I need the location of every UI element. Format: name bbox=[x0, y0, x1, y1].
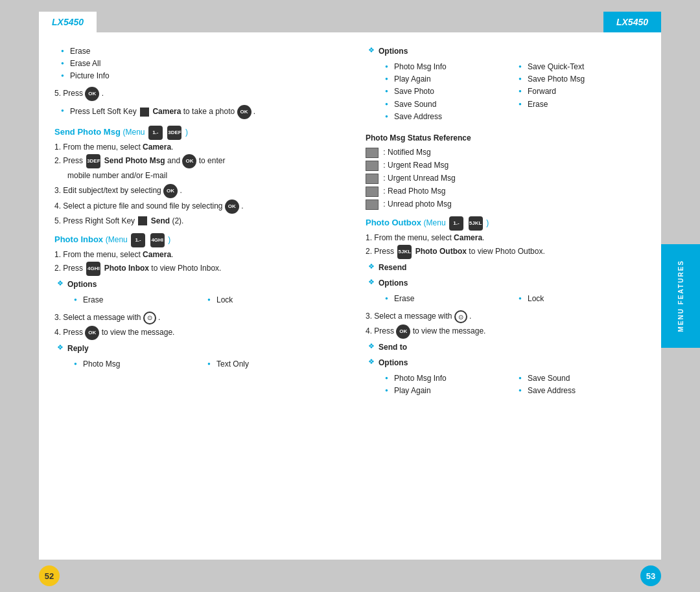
opt-photo-msg-info: Photo Msg Info bbox=[385, 61, 512, 73]
outbox-menu-label: (Menu bbox=[424, 218, 448, 227]
reply-col1: Photo Msg bbox=[67, 358, 201, 373]
notified-msg-icon bbox=[366, 148, 379, 158]
top-options-col2-list: Save Quick-Text Save Photo Msg Forward E… bbox=[512, 61, 646, 111]
reply-photo-msg: Photo Msg bbox=[74, 358, 201, 370]
outbox-step3: 3. Select a message with ⊙ . bbox=[366, 310, 646, 323]
send-photo-msg-label: Send Photo Msg bbox=[54, 127, 122, 137]
top-options-label: Options bbox=[379, 45, 408, 57]
outbox-options-diamond: ❖ Options bbox=[366, 277, 646, 291]
status-item-4: : Read Photo Msg bbox=[366, 185, 646, 197]
outbox-step2: 2. Press 5JKL Photo Outbox to view Photo… bbox=[366, 245, 646, 259]
diamond-icon-outbox-options: ❖ bbox=[368, 278, 375, 286]
right-header-area: LX5450 bbox=[350, 0, 700, 32]
reply-text-only: Text Only bbox=[207, 358, 334, 370]
reply-label: Reply bbox=[67, 343, 89, 354]
inbox-step3: 3. Select a message with ⊙ . bbox=[54, 312, 334, 324]
ok-icon-small: OK bbox=[237, 105, 251, 119]
urgent-read-icon bbox=[366, 161, 379, 171]
reply-diamond: ❖ Reply bbox=[54, 343, 334, 357]
send-step4: 4. Select a picture file and sound file … bbox=[54, 199, 334, 214]
top-bullet-list: Erase Erase All Picture Info bbox=[54, 45, 334, 83]
outbox-options-label: Options bbox=[379, 277, 408, 289]
reply-text-only-list: Text Only bbox=[201, 358, 334, 370]
send-step3: 3. Edit subject/text by selecting OK . bbox=[54, 184, 334, 198]
outbox-options2-diamond: ❖ Options bbox=[366, 357, 646, 371]
inbox-menu-1-icon: 1.- bbox=[131, 233, 145, 247]
inbox-lock: Lock bbox=[207, 294, 334, 306]
diamond-icon-resend: ❖ bbox=[368, 262, 375, 271]
ok-icon4: OK bbox=[225, 199, 239, 214]
ok-icon2: OK bbox=[182, 154, 196, 168]
diamond-icon-send-to: ❖ bbox=[368, 342, 375, 350]
reply-col2: Text Only bbox=[201, 358, 334, 373]
outbox-lock: Lock bbox=[519, 293, 646, 305]
outbox-save-address: Save Address bbox=[519, 385, 646, 397]
outbox-resend-diamond: ❖ Resend bbox=[366, 262, 646, 276]
outbox-save-sound-list: Save Sound Save Address bbox=[512, 372, 646, 397]
inbox-options-diamond: ❖ Options bbox=[54, 279, 334, 293]
opt-save-sound: Save Sound bbox=[385, 98, 512, 111]
urgent-unread-icon bbox=[366, 174, 379, 184]
bullet-erase-all: Erase All bbox=[61, 58, 334, 70]
press-soft-key-text: Press Left Soft Key bbox=[70, 107, 137, 116]
side-tab: Menu Features bbox=[661, 244, 700, 348]
send-photo-menu-label: (Menu bbox=[122, 128, 146, 137]
top-options-col1-list: Photo Msg Info Play Again Save Photo Sav… bbox=[379, 61, 512, 123]
outbox-options-col2: Lock bbox=[512, 293, 646, 308]
ok-icon5: OK bbox=[85, 326, 99, 340]
outbox-options2-col1: Photo Msg Info Play Again bbox=[379, 372, 512, 400]
outbox-options-cols: Erase Lock bbox=[366, 293, 646, 308]
photo-outbox-title: Photo Outbox (Menu 1.- 5JKL ) bbox=[366, 216, 646, 231]
photo-inbox-label: Photo Inbox bbox=[54, 234, 106, 244]
inbox-options-col1: Erase bbox=[67, 294, 201, 309]
outbox-erase: Erase bbox=[385, 293, 512, 305]
right-footer: 53 bbox=[350, 560, 700, 592]
send-to-label: Send to bbox=[379, 341, 407, 353]
send-step2: 2. Press 3DEF Send Photo Msg and OK to e… bbox=[54, 154, 334, 168]
ok-button-icon: OK bbox=[85, 87, 99, 101]
opt-save-photo-msg: Save Photo Msg bbox=[519, 73, 646, 85]
top-options-col1: Photo Msg Info Play Again Save Photo Sav… bbox=[379, 61, 512, 126]
status-item-2: : Urgent Read Msg bbox=[366, 159, 646, 171]
opt-save-address: Save Address bbox=[385, 111, 512, 123]
send-step2b: mobile number and/or E-mail bbox=[54, 170, 334, 181]
opt-forward: Forward bbox=[519, 85, 646, 98]
inbox-menu-label: (Menu bbox=[106, 235, 130, 244]
outbox-options2-cols: Photo Msg Info Play Again Save Sound Sav… bbox=[366, 372, 646, 400]
outbox-menu-close: ) bbox=[486, 218, 489, 227]
photo-inbox-title: Photo Inbox (Menu 1.- 4GHI ) bbox=[54, 233, 334, 247]
left-header-area: LX5450 bbox=[0, 0, 350, 32]
opt-save-photo: Save Photo bbox=[385, 85, 512, 98]
status-item-5: : Unread photo Msg bbox=[366, 198, 646, 210]
opt-save-quick-text: Save Quick-Text bbox=[519, 61, 646, 73]
left-page-number: 52 bbox=[39, 565, 60, 586]
status-item-3: : Urgent Unread Msg bbox=[366, 172, 646, 184]
inbox-menu-close: ) bbox=[168, 235, 170, 244]
left-footer: 52 bbox=[0, 560, 350, 592]
soft-key-icon bbox=[140, 108, 149, 117]
to-take-photo-text: to take a photo bbox=[183, 107, 237, 116]
right-content: Menu Features ❖ Options Photo Msg Info P… bbox=[350, 32, 661, 560]
outbox-photo-msg-info: Photo Msg Info bbox=[385, 372, 512, 385]
press-ok-line: 5. Press OK . bbox=[54, 87, 334, 101]
bullet-erase: Erase bbox=[61, 45, 334, 58]
inbox-options-cols: Erase Lock bbox=[54, 294, 334, 309]
menu-1-icon: 1.- bbox=[148, 126, 163, 140]
reply-photo-msg-list: Photo Msg bbox=[67, 358, 201, 370]
outbox-options-col1: Erase bbox=[379, 293, 512, 308]
diamond-icon-reply: ❖ bbox=[57, 343, 64, 352]
read-photo-icon bbox=[366, 187, 379, 197]
inbox-menu-4-icon: 4GHI bbox=[150, 233, 165, 247]
inbox-erase-list: Erase bbox=[67, 294, 201, 306]
right-page-number: 53 bbox=[640, 565, 661, 586]
ok-icon-outbox: OK bbox=[396, 324, 410, 339]
side-tab-text: Menu Features bbox=[677, 260, 684, 332]
outbox-lock-list: Lock bbox=[512, 293, 646, 305]
inbox-options-label: Options bbox=[67, 279, 97, 290]
right-soft-key-icon bbox=[138, 216, 147, 225]
5jkl-icon: 5JKL bbox=[397, 245, 412, 259]
photo-outbox-label: Photo Outbox bbox=[366, 218, 424, 227]
outbox-step1: 1. From the menu, select Camera. bbox=[366, 232, 646, 244]
left-header-tab: LX5450 bbox=[39, 12, 97, 32]
outbox-options2-label: Options bbox=[379, 357, 408, 369]
